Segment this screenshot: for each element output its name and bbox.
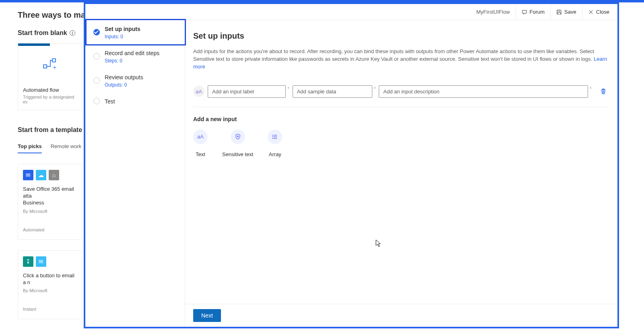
step-review-outputs[interactable]: Review outputs Outputs: 0 — [85, 68, 185, 93]
step-setup-inputs[interactable]: Set up inputs Inputs: 0 — [85, 20, 185, 44]
template-type: Instant — [23, 307, 77, 311]
tab-top-picks[interactable]: Top picks — [18, 140, 42, 153]
input-row: aA * * * — [193, 85, 608, 98]
template-title: Click a button to email a n — [23, 272, 77, 286]
svg-point-4 — [272, 135, 273, 135]
svg-rect-0 — [43, 65, 47, 68]
required-marker: * — [374, 86, 376, 92]
svg-point-3 — [237, 136, 238, 137]
automated-flow-subtitle: Triggered by a designated ev — [23, 95, 77, 104]
mail-icon: ✉ — [36, 256, 46, 267]
step-title: Review outputs — [105, 74, 178, 80]
step-subtitle: Steps: 0 — [105, 58, 178, 64]
add-array-input[interactable]: Array — [268, 130, 282, 157]
template-card-2[interactable]: ↧ ✉ Click a button to email a n By Micro… — [18, 250, 82, 320]
step-test[interactable]: Test — [85, 93, 185, 109]
text-type-icon: aA — [193, 86, 204, 97]
onedrive-icon: ☁ — [36, 170, 46, 180]
close-icon — [588, 9, 594, 15]
template-title: Save Office 365 email atta Business — [23, 186, 77, 206]
add-new-input-heading: Add a new input — [193, 116, 608, 122]
chat-icon — [522, 9, 527, 15]
step-subtitle: Outputs: 0 — [105, 82, 178, 88]
input-type-options: aA Text Sensitive text — [193, 130, 608, 157]
input-description-field[interactable] — [379, 85, 588, 98]
app-icon: ⌂ — [49, 170, 59, 180]
panel-header: MyFirstUIFlow Forum Save Close — [85, 4, 617, 20]
ui-flow-wizard-panel: MyFirstUIFlow Forum Save Close Set up in… — [84, 2, 619, 328]
automated-flow-card[interactable]: + Automated flow Triggered by a designat… — [18, 43, 82, 110]
template-author: By Microsoft — [23, 209, 77, 214]
trash-icon — [600, 88, 607, 95]
flow-name-label[interactable]: MyFirstUIFlow — [471, 4, 516, 20]
step-title: Set up inputs — [105, 26, 178, 32]
save-icon — [556, 9, 562, 15]
flow-icon: + — [42, 58, 58, 71]
step-subtitle: Inputs: 0 — [105, 34, 178, 39]
page-title: Set up inputs — [193, 31, 608, 41]
automated-flow-title: Automated flow — [23, 87, 77, 93]
forum-button[interactable]: Forum — [516, 4, 551, 20]
list-icon — [272, 134, 278, 140]
template-author: By Microsoft — [23, 288, 77, 293]
page-description: Add inputs for the actions you're about … — [193, 48, 608, 71]
svg-rect-1 — [52, 59, 56, 62]
shield-icon — [235, 134, 241, 140]
next-button[interactable]: Next — [193, 309, 221, 322]
add-text-input[interactable]: aA Text — [193, 130, 208, 157]
input-label-field[interactable] — [208, 85, 286, 98]
wizard-content: Set up inputs Add inputs for the actions… — [185, 20, 617, 327]
text-icon: aA — [197, 134, 204, 140]
sample-data-field[interactable] — [293, 85, 372, 98]
wizard-steps-sidebar: Set up inputs Inputs: 0 Record and edit … — [85, 20, 185, 327]
template-card-1[interactable]: ✉ ☁ ⌂ Save Office 365 email atta Busines… — [18, 164, 82, 240]
svg-point-5 — [272, 136, 273, 137]
svg-point-6 — [272, 138, 273, 138]
close-button[interactable]: Close — [582, 4, 615, 20]
save-button[interactable]: Save — [550, 4, 582, 20]
type-label: Array — [269, 151, 281, 157]
tab-remote-work[interactable]: Remote work — [51, 140, 82, 153]
svg-text:+: + — [53, 64, 56, 71]
template-type: Automated — [23, 227, 77, 232]
step-record-edit[interactable]: Record and edit steps Steps: 0 — [85, 44, 185, 68]
info-icon: i — [70, 30, 75, 36]
button-icon: ↧ — [23, 256, 33, 267]
add-sensitive-text-input[interactable]: Sensitive text — [222, 130, 253, 157]
step-title: Test — [105, 98, 178, 105]
delete-input-button[interactable] — [599, 88, 608, 95]
wizard-footer: Next — [185, 304, 617, 327]
required-marker: * — [287, 86, 289, 92]
type-label: Text — [196, 151, 205, 157]
type-label: Sensitive text — [222, 151, 253, 157]
required-marker: * — [590, 86, 592, 92]
outlook-icon: ✉ — [23, 170, 33, 180]
step-title: Record and edit steps — [105, 50, 178, 56]
